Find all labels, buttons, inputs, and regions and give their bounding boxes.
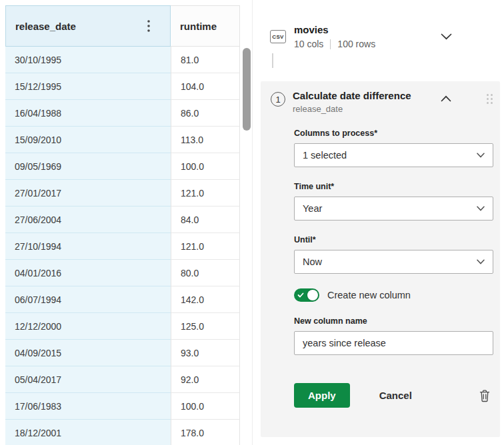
table-row: 16/04/198886.0: [5, 100, 240, 127]
runtime-cell[interactable]: 104.0: [171, 73, 240, 100]
new-column-name-label: New column name: [294, 316, 493, 326]
release-date-cell[interactable]: 04/01/2016: [5, 260, 171, 286]
table-row: 04/01/201680.0: [5, 260, 240, 286]
runtime-cell[interactable]: 178.0: [171, 420, 240, 445]
release-date-cell[interactable]: 27/10/1994: [5, 233, 171, 260]
dataset-name[interactable]: movies: [294, 24, 375, 35]
meta-divider: [330, 39, 331, 49]
release-date-cell[interactable]: 27/01/2017: [5, 180, 171, 207]
runtime-cell[interactable]: 92.0: [171, 366, 240, 393]
runtime-cell[interactable]: 142.0: [171, 286, 240, 313]
scrollbar-thumb[interactable]: [243, 48, 251, 131]
release-date-cell[interactable]: 09/05/1969: [5, 153, 171, 180]
csv-file-icon: CSV: [270, 30, 286, 43]
dataset-header: CSV movies 10 cols 100 rows: [253, 0, 504, 49]
release-date-cell[interactable]: 16/04/1988: [5, 100, 171, 127]
step-card-header: 1 Calculate date difference release_date: [271, 90, 493, 114]
runtime-cell[interactable]: 121.0: [171, 180, 240, 207]
table-row: 09/05/1969100.0: [5, 153, 240, 180]
table-row: 17/06/1983100.0: [5, 393, 240, 420]
dataset-info: movies 10 cols 100 rows: [294, 24, 375, 49]
step-form: Columns to process* 1 selected Time unit…: [294, 129, 493, 408]
table-row: 27/06/200484.0: [5, 207, 240, 233]
release-date-cell[interactable]: 18/12/2001: [5, 420, 171, 445]
runtime-cell[interactable]: 93.0: [171, 340, 240, 366]
runtime-cell[interactable]: 80.0: [171, 260, 240, 286]
select-value: 1 selected: [303, 150, 347, 161]
release-date-cell[interactable]: 27/06/2004: [5, 207, 171, 233]
release-date-cell[interactable]: 17/06/1983: [5, 393, 171, 420]
time-unit-select[interactable]: Year: [294, 197, 493, 221]
column-menu-icon[interactable]: [147, 20, 150, 32]
runtime-cell[interactable]: 100.0: [171, 153, 240, 180]
table-header: release_date runtime: [5, 5, 240, 47]
toggle-knob: [307, 290, 318, 300]
column-header-label: release_date: [15, 21, 76, 32]
step-number-badge: 1: [271, 92, 285, 107]
until-field: Until* Now: [294, 235, 493, 274]
until-select[interactable]: Now: [294, 250, 493, 274]
table-body: 30/10/199581.015/12/1995104.016/04/19888…: [5, 47, 240, 445]
release-date-cell[interactable]: 05/04/2017: [5, 366, 171, 393]
side-panel: CSV movies 10 cols 100 rows 1 Calculate …: [252, 0, 504, 445]
release-date-cell[interactable]: 15/09/2010: [5, 127, 171, 153]
create-new-column-toggle[interactable]: [294, 288, 319, 302]
table-row: 30/10/199581.0: [5, 47, 240, 73]
new-column-name-input[interactable]: [294, 331, 493, 355]
time-unit-field: Time unit* Year: [294, 182, 493, 221]
runtime-cell[interactable]: 84.0: [171, 207, 240, 233]
column-header-release-date[interactable]: release_date: [5, 5, 171, 47]
runtime-cell[interactable]: 86.0: [171, 100, 240, 127]
dataset-rows-count: 100 rows: [337, 39, 375, 49]
check-icon: [297, 292, 304, 298]
table-row: 27/01/2017121.0: [5, 180, 240, 207]
release-date-cell[interactable]: 15/12/1995: [5, 73, 171, 100]
release-date-cell[interactable]: 04/09/2015: [5, 340, 171, 366]
runtime-cell[interactable]: 121.0: [171, 233, 240, 260]
runtime-cell[interactable]: 113.0: [171, 127, 240, 153]
columns-to-process-field: Columns to process* 1 selected: [294, 129, 493, 167]
columns-to-process-select[interactable]: 1 selected: [294, 143, 493, 167]
release-date-cell[interactable]: 06/07/1994: [5, 286, 171, 313]
step-footer: Apply Cancel: [294, 383, 493, 408]
runtime-cell[interactable]: 125.0: [171, 313, 240, 340]
until-label: Until*: [294, 235, 493, 244]
table-row: 15/09/2010113.0: [5, 127, 240, 153]
column-header-label: runtime: [180, 21, 217, 32]
create-new-column-row: Create new column: [294, 288, 493, 302]
drag-handle-icon[interactable]: [486, 93, 493, 105]
dataset-chevron-down-icon[interactable]: [441, 33, 452, 40]
apply-button[interactable]: Apply: [294, 383, 350, 408]
release-date-cell[interactable]: 30/10/1995: [5, 47, 171, 73]
step-card: 1 Calculate date difference release_date: [261, 81, 500, 437]
table-row: 12/12/2000125.0: [5, 313, 240, 340]
collapse-chevron-up-icon[interactable]: [441, 95, 451, 102]
step-titles: Calculate date difference release_date: [293, 90, 411, 114]
cancel-button[interactable]: Cancel: [379, 390, 412, 401]
table-row: 15/12/1995104.0: [5, 73, 240, 100]
dataset-cols-count: 10 cols: [294, 39, 323, 49]
table-row: 05/04/201792.0: [5, 366, 240, 393]
runtime-cell[interactable]: 81.0: [171, 47, 240, 73]
time-unit-label: Time unit*: [294, 182, 493, 191]
data-table: release_date runtime 30/10/199581.015/12…: [0, 0, 252, 445]
chevron-down-icon: [477, 206, 485, 211]
step-title: Calculate date difference: [293, 90, 411, 101]
app-root: release_date runtime 30/10/199581.015/12…: [0, 0, 504, 445]
dataset-meta: 10 cols 100 rows: [294, 39, 375, 49]
timeline-connector: [272, 53, 273, 68]
table-row: 18/12/2001178.0: [5, 420, 240, 445]
column-header-runtime[interactable]: runtime: [171, 5, 240, 47]
select-value: Year: [303, 203, 322, 214]
chevron-down-icon: [477, 153, 485, 158]
table-row: 04/09/201593.0: [5, 340, 240, 366]
table-row: 27/10/1994121.0: [5, 233, 240, 260]
csv-badge-label: CSV: [272, 34, 283, 40]
trash-icon: [479, 389, 491, 402]
release-date-cell[interactable]: 12/12/2000: [5, 313, 171, 340]
runtime-cell[interactable]: 100.0: [171, 393, 240, 420]
delete-step-button[interactable]: [479, 389, 491, 402]
step-subtitle: release_date: [293, 104, 411, 114]
new-column-name-field: New column name: [294, 316, 493, 355]
chevron-down-icon: [477, 259, 485, 264]
